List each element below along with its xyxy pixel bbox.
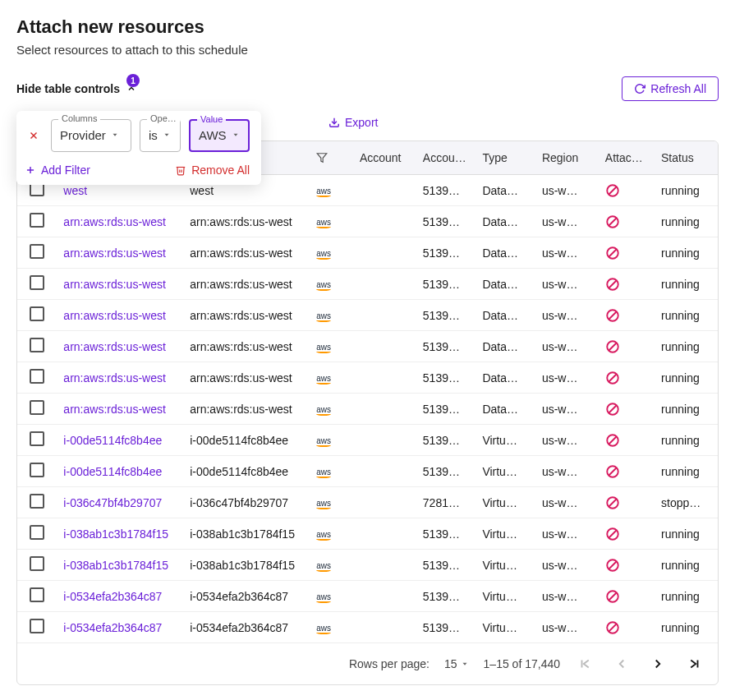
attached-cell <box>599 550 655 581</box>
status-cell: running <box>655 425 718 456</box>
region-cell: us-w… <box>535 237 599 269</box>
column-account[interactable]: Account <box>353 141 416 175</box>
column-filter-header[interactable] <box>310 141 353 175</box>
column-status[interactable]: Status <box>655 141 718 175</box>
row-checkbox[interactable] <box>30 369 44 384</box>
provider-cell: aws <box>310 425 353 456</box>
not-attached-icon <box>605 371 648 385</box>
row-checkbox[interactable] <box>30 556 44 571</box>
svg-marker-4 <box>233 134 237 136</box>
region-cell: us-w… <box>535 487 599 518</box>
resource-link[interactable]: i-0534efa2b364c87 <box>57 612 183 643</box>
account-cell <box>353 269 416 300</box>
type-cell: Virtu… <box>475 550 535 581</box>
resource-name: arn:aws:rds:us-west <box>183 331 310 362</box>
table-row: i-036c47bf4b29707i-036c47bf4b29707aws728… <box>17 487 718 518</box>
attached-cell <box>599 175 655 206</box>
plus-icon <box>25 164 36 176</box>
refresh-all-button[interactable]: Refresh All <box>622 76 719 101</box>
not-attached-icon <box>605 246 648 260</box>
resource-link[interactable]: i-0534efa2b364c87 <box>57 581 183 612</box>
filter-operator-select[interactable]: Ope… is <box>140 119 181 152</box>
filter-value-label: Value <box>197 114 226 124</box>
region-cell: us-w… <box>535 456 599 487</box>
account-id-cell: 5139… <box>416 456 476 487</box>
column-account-id[interactable]: Accou… <box>416 141 476 175</box>
type-cell: Virtu… <box>475 612 535 643</box>
resource-link[interactable]: arn:aws:rds:us-west <box>57 300 183 331</box>
type-cell: Data… <box>475 269 535 300</box>
account-cell <box>353 612 416 643</box>
provider-cell: aws <box>310 362 353 394</box>
status-cell: running <box>655 518 718 550</box>
remove-all-filters-button[interactable]: Remove All <box>175 163 250 177</box>
aws-logo-icon: aws <box>316 624 331 634</box>
row-checkbox[interactable] <box>30 338 44 352</box>
account-cell <box>353 237 416 269</box>
row-checkbox[interactable] <box>30 494 44 509</box>
row-checkbox[interactable] <box>30 400 44 415</box>
refresh-label: Refresh All <box>650 82 706 95</box>
resource-name: arn:aws:rds:us-west <box>183 237 310 269</box>
not-attached-icon <box>605 464 648 479</box>
resource-link[interactable]: i-038ab1c3b1784f15 <box>57 550 183 581</box>
row-checkbox[interactable] <box>30 587 44 602</box>
status-cell: running <box>655 331 718 362</box>
resource-link[interactable]: arn:aws:rds:us-west <box>57 269 183 300</box>
row-checkbox[interactable] <box>30 244 44 259</box>
chevron-down-icon <box>461 660 469 668</box>
row-checkbox[interactable] <box>30 213 44 228</box>
remove-filter-row-button[interactable] <box>25 130 43 141</box>
filter-columns-select[interactable]: Columns Provider <box>51 119 131 152</box>
first-page-button[interactable] <box>575 653 596 675</box>
column-attached[interactable]: Attach… <box>599 141 655 175</box>
resource-link[interactable]: arn:aws:rds:us-west <box>57 394 183 425</box>
rows-per-page-select[interactable]: 15 <box>444 657 469 670</box>
status-cell: running <box>655 394 718 425</box>
filter-value-select[interactable]: Value AWS <box>189 119 250 152</box>
svg-line-38 <box>609 624 616 631</box>
resource-link[interactable]: arn:aws:rds:us-west <box>57 237 183 269</box>
resource-link[interactable]: i-00de5114fc8b4ee <box>57 425 183 456</box>
aws-logo-icon: aws <box>316 405 331 416</box>
resource-name: i-038ab1c3b1784f15 <box>183 550 310 581</box>
region-cell: us-w… <box>535 581 599 612</box>
resource-link[interactable]: i-038ab1c3b1784f15 <box>57 518 183 550</box>
svg-marker-39 <box>462 663 466 665</box>
aws-logo-icon: aws <box>316 187 331 197</box>
type-cell: Virtu… <box>475 456 535 487</box>
account-id-cell: 5139… <box>416 206 476 237</box>
table-row: i-00de5114fc8b4eei-00de5114fc8b4eeaws513… <box>17 425 718 456</box>
row-checkbox[interactable] <box>30 275 44 290</box>
prev-page-button[interactable] <box>611 653 632 675</box>
row-checkbox[interactable] <box>30 525 44 540</box>
resource-link[interactable]: arn:aws:rds:us-west <box>57 331 183 362</box>
resource-link[interactable]: i-036c47bf4b29707 <box>57 487 183 518</box>
attached-cell <box>599 362 655 394</box>
table-row: i-00de5114fc8b4eei-00de5114fc8b4eeaws513… <box>17 456 718 487</box>
column-region[interactable]: Region <box>535 141 599 175</box>
attached-cell <box>599 456 655 487</box>
add-filter-button[interactable]: Add Filter <box>25 163 90 177</box>
export-button[interactable]: Export <box>328 116 378 129</box>
resource-link[interactable]: arn:aws:rds:us-west <box>57 206 183 237</box>
resource-link[interactable]: i-00de5114fc8b4ee <box>57 456 183 487</box>
resource-link[interactable]: arn:aws:rds:us-west <box>57 362 183 394</box>
next-page-button[interactable] <box>647 653 668 675</box>
row-checkbox[interactable] <box>30 463 44 477</box>
provider-cell: aws <box>310 456 353 487</box>
row-checkbox[interactable] <box>30 306 44 321</box>
toggle-table-controls[interactable]: Hide table controls 1 <box>16 82 136 95</box>
provider-cell: aws <box>310 175 353 206</box>
provider-cell: aws <box>310 581 353 612</box>
column-type[interactable]: Type <box>475 141 535 175</box>
filter-columns-label: Columns <box>58 113 100 123</box>
region-cell: us-w… <box>535 175 599 206</box>
table-row: arn:aws:rds:us-westarn:aws:rds:us-westaw… <box>17 331 718 362</box>
download-icon <box>328 117 340 128</box>
filter-icon <box>316 152 328 163</box>
row-checkbox[interactable] <box>30 431 44 446</box>
row-checkbox[interactable] <box>30 619 44 633</box>
region-cell: us-w… <box>535 206 599 237</box>
last-page-button[interactable] <box>683 653 705 675</box>
